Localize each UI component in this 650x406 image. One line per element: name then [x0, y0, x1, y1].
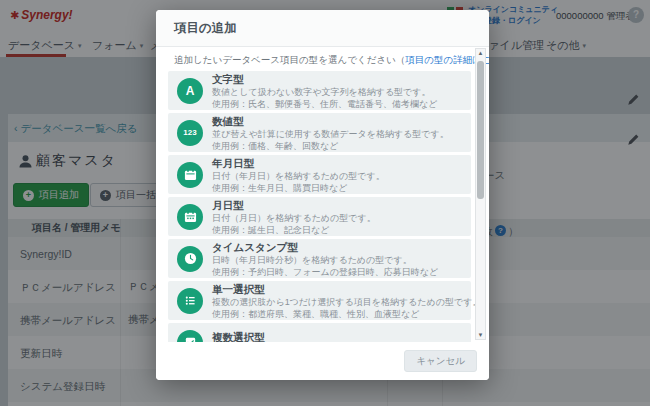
scrollbar[interactable]: ▲ ▼: [475, 48, 486, 340]
scroll-up-button[interactable]: ▲: [476, 50, 485, 56]
modal-instruction: 追加したいデータベース項目の型を選んでください（項目の型の詳細はこちら）: [174, 54, 463, 67]
app-window: ✱Synergy! オンラインコミュニティ 参加登録・ログイン 00000000…: [0, 0, 650, 406]
single-select-list-icon: [177, 288, 203, 314]
scroll-down-button[interactable]: ▼: [476, 332, 485, 338]
field-type-option-4[interactable]: タイムスタンプ型 日時（年月日時分秒）を格納するための型です。 使用例：予約日時…: [168, 239, 471, 278]
field-type-option-6[interactable]: 複数選択型 複数の選択肢から2つ以上選択する項目を格納するための型です。: [168, 323, 471, 342]
field-type-option-3[interactable]: 月日型 日付（月日）を格納するための型です。 使用例：誕生日、記念日など: [168, 197, 471, 236]
scrollbar-thumb[interactable]: [477, 61, 484, 199]
field-type-option-1[interactable]: 123 数値型 並び替えや計算に使用する数値データを格納する型です。 使用例：価…: [168, 113, 471, 152]
field-type-option-0[interactable]: A 文字型 数値として扱わない数字や文字列を格納する型です。 使用例：氏名、郵便…: [168, 71, 471, 110]
modal-footer: キャンセル: [156, 342, 489, 380]
clock-icon: [177, 246, 203, 272]
numbers-123-icon: 123: [177, 120, 203, 146]
field-type-list: A 文字型 数値として扱わない数字や文字列を格納する型です。 使用例：氏名、郵便…: [168, 71, 471, 342]
letter-a-icon: A: [177, 78, 203, 104]
field-type-option-5[interactable]: 単一選択型 複数の選択肢から1つだけ選択する項目を格納するための型です。 使用例…: [168, 281, 471, 320]
cancel-button[interactable]: キャンセル: [404, 350, 477, 372]
multi-select-checkbox-icon: [177, 330, 203, 343]
modal-header: 項目の追加: [156, 10, 489, 47]
add-field-modal: 項目の追加 追加したいデータベース項目の型を選んでください（項目の型の詳細はこち…: [156, 10, 489, 380]
modal-title: 項目の追加: [174, 10, 237, 46]
calendar-icon: [177, 162, 203, 188]
field-type-option-2[interactable]: 年月日型 日付（年月日）を格納するための型です。 使用例：生年月日、購買日時など: [168, 155, 471, 194]
calendar-date-icon: [177, 204, 203, 230]
modal-body: 追加したいデータベース項目の型を選んでください（項目の型の詳細はこちら） A 文…: [156, 46, 489, 342]
